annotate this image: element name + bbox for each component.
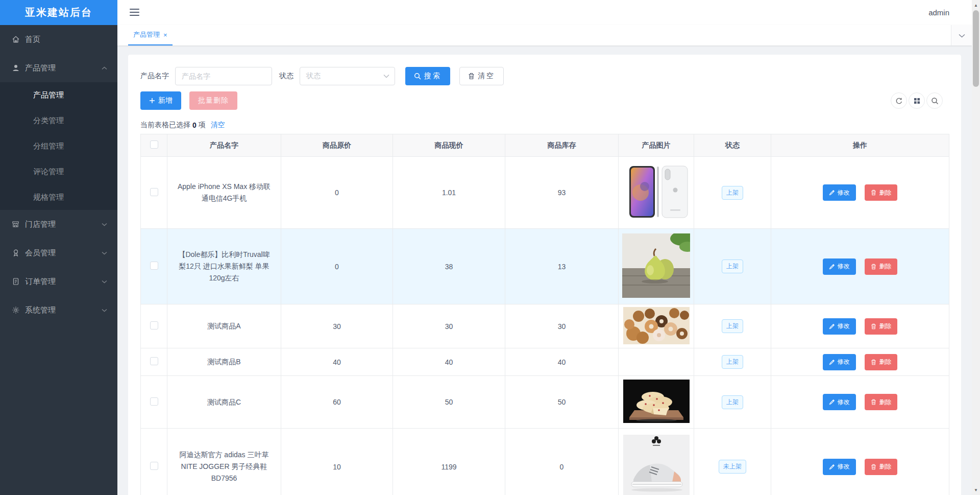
sidebar-item-store-management[interactable]: 门店管理 xyxy=(0,210,117,239)
row-checkbox[interactable] xyxy=(150,462,158,470)
current-price-cell: 40 xyxy=(393,348,505,376)
chevron-down-icon xyxy=(383,74,389,78)
product-image-pear xyxy=(622,233,690,298)
sidebar-item-product-management[interactable]: 产品管理 xyxy=(0,54,117,82)
row-checkbox[interactable] xyxy=(150,188,158,196)
chevron-up-icon xyxy=(102,66,107,70)
content-card: 产品名字 状态 状态 搜索 清空 xyxy=(128,55,961,495)
chevron-down-icon xyxy=(102,280,107,284)
current-price-cell: 30 xyxy=(393,304,505,348)
sidebar-subitem-product-management[interactable]: 产品管理 xyxy=(0,82,117,108)
delete-button[interactable]: 删除 xyxy=(865,459,897,475)
edit-button[interactable]: 修改 xyxy=(823,354,856,370)
filter-row: 产品名字 状态 状态 搜索 清空 xyxy=(140,67,949,85)
delete-button[interactable]: 删除 xyxy=(865,258,897,275)
product-image-sneaker xyxy=(623,435,690,495)
trash-icon xyxy=(468,73,475,80)
status-badge: 未上架 xyxy=(719,460,746,474)
chevron-down-icon xyxy=(102,251,107,255)
status-select[interactable]: 状态 xyxy=(300,67,395,85)
scrollbar-thumb[interactable] xyxy=(973,10,979,87)
chevron-down-icon xyxy=(959,31,965,40)
delete-button[interactable]: 删除 xyxy=(865,318,897,335)
row-actions-cell: 修改 删除 xyxy=(771,229,949,304)
pencil-icon xyxy=(829,359,835,365)
tab-options-dropdown[interactable] xyxy=(951,25,972,45)
product-table-body: Apple iPhone XS Max 移动联通电信4G手机 0 1.01 93 xyxy=(141,157,949,495)
sidebar-subitem-comment-management[interactable]: 评论管理 xyxy=(0,159,117,184)
sidebar-item-system-management[interactable]: 系统管理 xyxy=(0,296,117,324)
table-row: 测试商品B 40 40 40 上架 修改 删除 xyxy=(141,348,949,376)
selection-clear-link[interactable]: 清空 xyxy=(211,121,225,130)
select-all-checkbox[interactable] xyxy=(150,140,158,149)
app-logo: 亚米建站后台 xyxy=(0,0,117,25)
batch-delete-button[interactable]: 批量删除 xyxy=(189,91,237,110)
delete-button[interactable]: 删除 xyxy=(865,354,897,370)
stock-cell: 30 xyxy=(505,304,619,348)
clear-button[interactable]: 清空 xyxy=(459,67,504,85)
edit-button[interactable]: 修改 xyxy=(823,184,856,201)
search-icon xyxy=(414,73,421,80)
edit-button[interactable]: 修改 xyxy=(823,258,856,275)
search-button[interactable]: 搜索 xyxy=(405,67,450,85)
plus-icon xyxy=(149,98,155,104)
grid-icon[interactable] xyxy=(909,92,925,109)
current-price-cell: 1199 xyxy=(393,429,505,495)
scroll-down-arrow-icon[interactable]: ▼ xyxy=(972,486,980,494)
tab-label: 产品管理 xyxy=(133,30,160,39)
vertical-scrollbar[interactable]: ▲ ▼ xyxy=(972,0,980,495)
sidebar-subitem-spec-management[interactable]: 规格管理 xyxy=(0,184,117,210)
product-name-cell: 测试商品C xyxy=(167,376,281,429)
zoom-icon[interactable] xyxy=(926,92,943,109)
status-badge: 上架 xyxy=(722,319,743,333)
delete-button[interactable]: 删除 xyxy=(865,394,897,410)
status-badge: 上架 xyxy=(722,395,743,409)
trash-icon xyxy=(871,399,876,405)
sidebar-item-member-management[interactable]: 会员管理 xyxy=(0,239,117,267)
product-name-cell: 阿迪达斯官方 adidas 三叶草 NITE JOGGER 男子经典鞋BD795… xyxy=(167,429,281,495)
user-menu[interactable]: admin xyxy=(928,0,949,25)
row-checkbox[interactable] xyxy=(150,321,158,329)
edit-button[interactable]: 修改 xyxy=(823,318,856,335)
col-header-original-price: 商品原价 xyxy=(281,134,393,157)
chevron-down-icon xyxy=(102,223,107,226)
delete-button[interactable]: 删除 xyxy=(865,184,897,201)
edit-button[interactable]: 修改 xyxy=(823,459,856,475)
edit-button[interactable]: 修改 xyxy=(823,394,856,410)
product-image-iphone xyxy=(622,161,690,223)
pencil-icon xyxy=(829,264,835,270)
table-row: Apple iPhone XS Max 移动联通电信4G手机 0 1.01 93 xyxy=(141,157,949,229)
product-image-donuts xyxy=(623,307,690,344)
sidebar-item-home[interactable]: 首页 xyxy=(0,25,117,54)
table-row: 阿迪达斯官方 adidas 三叶草 NITE JOGGER 男子经典鞋BD795… xyxy=(141,429,949,495)
scroll-up-arrow-icon[interactable]: ▲ xyxy=(972,1,980,9)
product-name-input[interactable] xyxy=(175,67,272,85)
row-checkbox[interactable] xyxy=(150,262,158,270)
product-name-cell: 【Dole都乐】比利时Truval啤梨12只 进口水果新鲜梨 单果120g左右 xyxy=(167,229,281,304)
row-actions-cell: 修改 删除 xyxy=(771,429,949,495)
sidebar-item-label: 订单管理 xyxy=(25,277,56,287)
sidebar-item-order-management[interactable]: 订单管理 xyxy=(0,267,117,296)
add-button[interactable]: 新增 xyxy=(140,91,181,110)
row-checkbox[interactable] xyxy=(150,357,158,365)
settings-icon xyxy=(11,306,20,315)
col-header-current-price: 商品现价 xyxy=(393,134,505,157)
select-all-header xyxy=(141,134,167,157)
hamburger-menu-icon[interactable] xyxy=(130,9,139,16)
current-price-cell: 38 xyxy=(393,229,505,304)
home-icon xyxy=(11,35,20,44)
tab-product-management[interactable]: 产品管理 × xyxy=(128,25,173,45)
sidebar-subitem-category-management[interactable]: 分类管理 xyxy=(0,108,117,133)
sidebar-subitem-group-management[interactable]: 分组管理 xyxy=(0,133,117,159)
top-header: admin xyxy=(117,0,972,25)
sidebar-item-label: 首页 xyxy=(25,35,40,44)
row-actions-cell: 修改 删除 xyxy=(771,376,949,429)
refresh-icon[interactable] xyxy=(891,92,907,109)
row-actions-cell: 修改 删除 xyxy=(771,348,949,376)
sidebar: 亚米建站后台 首页 产品管理 产品管理 分类管理 分组管理 评论管理 规格管理 … xyxy=(0,0,117,495)
row-checkbox[interactable] xyxy=(150,397,158,406)
close-icon[interactable]: × xyxy=(163,32,167,38)
product-image-cell xyxy=(619,376,694,429)
sidebar-item-label: 会员管理 xyxy=(25,248,56,258)
product-image-cell xyxy=(619,304,694,348)
